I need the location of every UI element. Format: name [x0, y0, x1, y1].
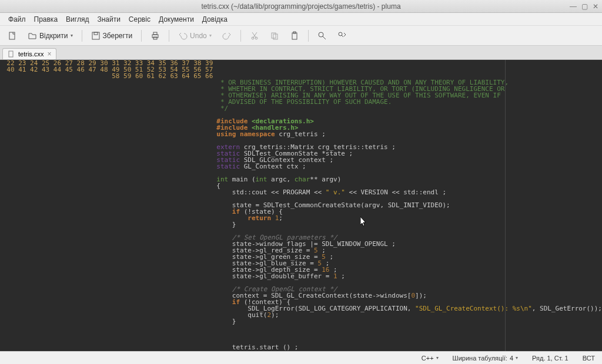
- paste-button[interactable]: [286, 28, 303, 43]
- minimize-button[interactable]: —: [570, 2, 577, 11]
- chevron-down-icon: ▾: [516, 355, 518, 360]
- status-insert[interactable]: ВСТ: [583, 355, 595, 362]
- menu-view[interactable]: Вигляд: [62, 14, 92, 25]
- open-button[interactable]: Відкрити ▾: [24, 28, 77, 43]
- chevron-down-icon: ▾: [436, 355, 439, 360]
- svg-rect-2: [94, 32, 98, 35]
- status-tabwidth[interactable]: Ширина табуляції: 4 ▾: [453, 355, 518, 362]
- editor[interactable]: 22 23 24 25 26 27 28 29 30 31 32 33 34 3…: [0, 60, 602, 351]
- undo-button: Undo ▾: [174, 28, 216, 43]
- status-cursor: Ряд. 1, Ст. 1: [532, 355, 568, 362]
- window-controls: — ▢ ✕: [570, 2, 598, 11]
- menu-documents[interactable]: Документи: [155, 14, 198, 25]
- chevron-down-icon: ▾: [209, 33, 212, 38]
- separator: [308, 30, 309, 42]
- menu-file[interactable]: Файл: [5, 14, 29, 25]
- find-replace-button[interactable]: [333, 28, 351, 43]
- save-icon: [91, 31, 101, 41]
- window-title: tetris.cxx (~/data/lib/programming/proje…: [201, 2, 400, 11]
- redo-button: [218, 28, 236, 43]
- svg-rect-1: [92, 32, 99, 39]
- close-button[interactable]: ✕: [593, 2, 598, 11]
- new-icon: [8, 31, 17, 41]
- svg-rect-0: [9, 32, 15, 39]
- menubar: Файл Правка Вигляд Знайти Сервіс Докумен…: [0, 13, 602, 26]
- svg-point-12: [319, 32, 323, 37]
- tabbar: tetris.cxx ×: [0, 46, 602, 60]
- maximize-button[interactable]: ▢: [581, 2, 588, 11]
- find-button[interactable]: [313, 28, 331, 43]
- copy-icon: [270, 31, 279, 41]
- code-area[interactable]: * OR BUSINESS INTERRUPTION) HOWEVER CAUS…: [215, 60, 602, 351]
- save-button[interactable]: Зберегти: [87, 28, 137, 43]
- copy-button: [266, 28, 283, 43]
- svg-rect-10: [292, 33, 297, 39]
- cut-icon: [250, 31, 259, 41]
- line-gutter: 22 23 24 25 26 27 28 29 30 31 32 33 34 3…: [0, 60, 215, 351]
- save-label: Зберегти: [103, 32, 133, 40]
- tab-label: tetris.cxx: [18, 50, 44, 58]
- paste-icon: [290, 31, 299, 41]
- svg-rect-14: [9, 51, 13, 57]
- separator: [240, 30, 241, 42]
- search-icon: [317, 31, 327, 41]
- menu-edit[interactable]: Правка: [31, 14, 62, 25]
- separator: [82, 30, 82, 42]
- svg-rect-4: [153, 32, 157, 35]
- menu-help[interactable]: Довідка: [199, 14, 231, 25]
- separator: [141, 30, 142, 42]
- search-replace-icon: [337, 31, 347, 41]
- tab-close-icon[interactable]: ×: [47, 50, 51, 58]
- titlebar: tetris.cxx (~/data/lib/programming/proje…: [0, 0, 602, 13]
- print-icon: [150, 31, 160, 41]
- open-label: Відкрити: [39, 32, 68, 40]
- undo-label: Undo: [190, 32, 207, 40]
- menu-search[interactable]: Знайти: [93, 14, 123, 25]
- undo-icon: [178, 31, 188, 41]
- chevron-down-icon: ▾: [71, 33, 73, 38]
- statusbar: C++ ▾ Ширина табуляції: 4 ▾ Ряд. 1, Ст. …: [0, 351, 602, 364]
- redo-icon: [222, 31, 232, 41]
- separator: [169, 30, 169, 42]
- menu-tools[interactable]: Сервіс: [125, 14, 154, 25]
- print-margin: [505, 60, 506, 351]
- open-icon: [28, 31, 37, 41]
- cut-button: [246, 28, 263, 43]
- toolbar: Відкрити ▾ Зберегти Undo ▾: [0, 26, 602, 46]
- status-lang[interactable]: C++ ▾: [422, 355, 439, 362]
- file-icon: [8, 50, 15, 58]
- tab-tetris[interactable]: tetris.cxx ×: [2, 48, 56, 59]
- print-button[interactable]: [146, 28, 164, 43]
- new-button[interactable]: [4, 28, 21, 43]
